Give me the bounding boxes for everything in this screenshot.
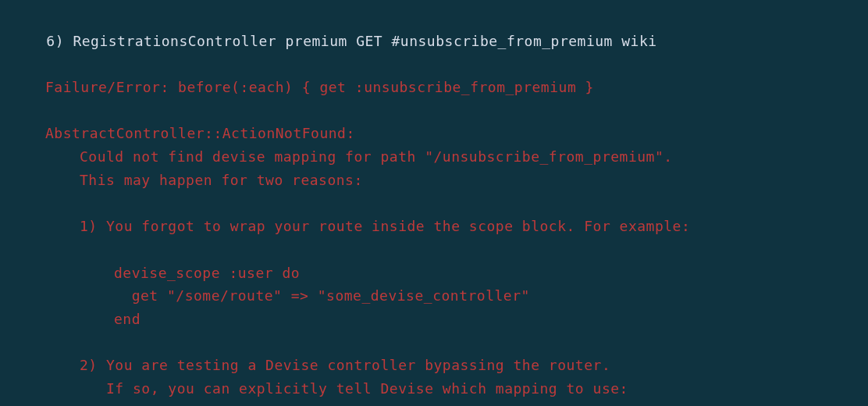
terminal-output: 6) RegistrationsController premium GET #… xyxy=(3,6,868,406)
blank-line xyxy=(3,99,868,123)
error-message-line: 2) You are testing a Devise controller b… xyxy=(3,354,868,377)
test-number: 6) xyxy=(46,33,64,49)
failure-error-line: Failure/Error: before(:each) { get :unsu… xyxy=(3,76,868,99)
blank-line xyxy=(3,331,868,354)
blank-line xyxy=(3,238,868,262)
error-message-line: devise_scope :user do xyxy=(3,262,868,285)
error-message-line: 1) You forgot to wrap your route inside … xyxy=(3,215,868,238)
blank-line xyxy=(3,401,868,406)
error-message-line: Could not find devise mapping for path "… xyxy=(3,145,868,169)
test-title: RegistrationsController premium GET #uns… xyxy=(73,33,656,49)
error-message-line: If so, you can explicitly tell Devise wh… xyxy=(3,377,868,401)
error-class: AbstractController::ActionNotFound: xyxy=(3,122,868,145)
error-message-line: end xyxy=(3,308,868,331)
test-header: 6) RegistrationsController premium GET #… xyxy=(3,6,868,76)
blank-line xyxy=(3,192,868,215)
error-message-line: This may happen for two reasons: xyxy=(3,169,868,192)
error-message-line: get "/some/route" => "some_devise_contro… xyxy=(3,284,868,308)
